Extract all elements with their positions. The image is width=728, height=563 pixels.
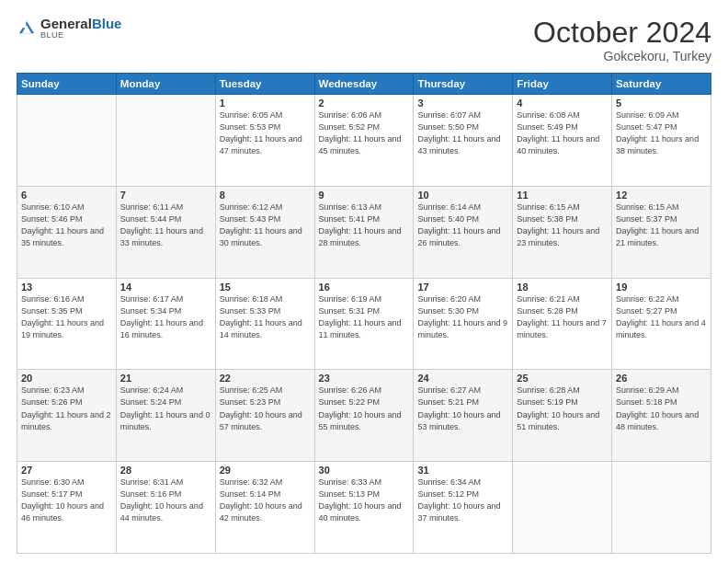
calendar-cell: 31Sunrise: 6:34 AMSunset: 5:12 PMDayligh…: [414, 462, 513, 554]
day-number: 13: [21, 282, 112, 293]
day-info: Sunrise: 6:17 AMSunset: 5:34 PMDaylight:…: [120, 293, 211, 341]
svg-rect-3: [17, 18, 26, 28]
logo-general: GeneralBlue: [40, 17, 121, 30]
calendar-cell: [17, 95, 117, 187]
day-number: 16: [319, 282, 410, 293]
day-number: 6: [21, 190, 112, 201]
calendar-cell: 18Sunrise: 6:21 AMSunset: 5:28 PMDayligh…: [513, 278, 612, 370]
day-number: 1: [220, 98, 311, 109]
day-info: Sunrise: 6:18 AMSunset: 5:33 PMDaylight:…: [220, 293, 311, 341]
calendar-cell: 30Sunrise: 6:33 AMSunset: 5:13 PMDayligh…: [314, 462, 414, 554]
calendar-cell: 25Sunrise: 6:28 AMSunset: 5:19 PMDayligh…: [513, 370, 612, 462]
day-info: Sunrise: 6:16 AMSunset: 5:35 PMDaylight:…: [21, 293, 112, 341]
day-number: 15: [220, 282, 311, 293]
day-number: 31: [417, 465, 508, 476]
calendar-cell: 11Sunrise: 6:15 AMSunset: 5:38 PMDayligh…: [513, 186, 612, 278]
day-info: Sunrise: 6:15 AMSunset: 5:37 PMDaylight:…: [616, 201, 707, 249]
location-title: Gokcekoru, Turkey: [533, 49, 711, 63]
day-info: Sunrise: 6:06 AMSunset: 5:52 PMDaylight:…: [319, 109, 410, 157]
day-info: Sunrise: 6:27 AMSunset: 5:21 PMDaylight:…: [417, 385, 508, 432]
day-number: 18: [517, 282, 608, 293]
day-number: 14: [120, 282, 211, 293]
day-number: 21: [120, 373, 211, 384]
day-number: 26: [616, 373, 707, 384]
header-sunday: Sunday: [17, 74, 117, 95]
calendar-cell: 19Sunrise: 6:22 AMSunset: 5:27 PMDayligh…: [612, 278, 711, 370]
header-monday: Monday: [116, 74, 215, 95]
week-row-3: 20Sunrise: 6:23 AMSunset: 5:26 PMDayligh…: [17, 370, 711, 462]
calendar-page: GeneralBlue BLUE October 2024 Gokcekoru,…: [0, 0, 728, 563]
week-row-4: 27Sunrise: 6:30 AMSunset: 5:17 PMDayligh…: [17, 462, 711, 554]
day-number: 25: [517, 373, 608, 384]
calendar-cell: 1Sunrise: 6:05 AMSunset: 5:53 PMDaylight…: [215, 95, 314, 187]
week-row-1: 6Sunrise: 6:10 AMSunset: 5:46 PMDaylight…: [17, 186, 711, 278]
calendar-cell: 22Sunrise: 6:25 AMSunset: 5:23 PMDayligh…: [215, 370, 314, 462]
day-info: Sunrise: 6:22 AMSunset: 5:27 PMDaylight:…: [616, 293, 707, 341]
calendar-cell: 21Sunrise: 6:24 AMSunset: 5:24 PMDayligh…: [116, 370, 215, 462]
day-number: 5: [616, 98, 707, 109]
day-info: Sunrise: 6:31 AMSunset: 5:16 PMDaylight:…: [120, 477, 211, 524]
day-info: Sunrise: 6:24 AMSunset: 5:24 PMDaylight:…: [120, 385, 211, 432]
day-number: 8: [220, 190, 311, 201]
calendar-cell: 16Sunrise: 6:19 AMSunset: 5:31 PMDayligh…: [314, 278, 414, 370]
day-number: 22: [220, 373, 311, 384]
header-tuesday: Tuesday: [215, 74, 314, 95]
day-number: 24: [417, 373, 508, 384]
day-number: 11: [517, 190, 608, 201]
day-number: 4: [517, 98, 608, 109]
header-thursday: Thursday: [414, 74, 513, 95]
day-info: Sunrise: 6:20 AMSunset: 5:30 PMDaylight:…: [417, 293, 508, 341]
week-row-0: 1Sunrise: 6:05 AMSunset: 5:53 PMDaylight…: [17, 95, 711, 187]
calendar-cell: 13Sunrise: 6:16 AMSunset: 5:35 PMDayligh…: [17, 278, 117, 370]
header-wednesday: Wednesday: [314, 74, 414, 95]
day-info: Sunrise: 6:12 AMSunset: 5:43 PMDaylight:…: [220, 201, 311, 249]
calendar-cell: 3Sunrise: 6:07 AMSunset: 5:50 PMDaylight…: [414, 95, 513, 187]
day-info: Sunrise: 6:05 AMSunset: 5:53 PMDaylight:…: [220, 109, 311, 157]
weekday-header-row: Sunday Monday Tuesday Wednesday Thursday…: [17, 74, 711, 95]
day-number: 20: [21, 373, 112, 384]
calendar-cell: 28Sunrise: 6:31 AMSunset: 5:16 PMDayligh…: [116, 462, 215, 554]
calendar-cell: 4Sunrise: 6:08 AMSunset: 5:49 PMDaylight…: [513, 95, 612, 187]
day-number: 7: [120, 190, 211, 201]
day-info: Sunrise: 6:07 AMSunset: 5:50 PMDaylight:…: [417, 109, 508, 157]
day-info: Sunrise: 6:14 AMSunset: 5:40 PMDaylight:…: [417, 201, 508, 249]
day-info: Sunrise: 6:10 AMSunset: 5:46 PMDaylight:…: [21, 201, 112, 249]
calendar-cell: 17Sunrise: 6:20 AMSunset: 5:30 PMDayligh…: [414, 278, 513, 370]
day-number: 3: [417, 98, 508, 109]
week-row-2: 13Sunrise: 6:16 AMSunset: 5:35 PMDayligh…: [17, 278, 711, 370]
day-info: Sunrise: 6:28 AMSunset: 5:19 PMDaylight:…: [517, 385, 608, 432]
calendar-cell: 10Sunrise: 6:14 AMSunset: 5:40 PMDayligh…: [414, 186, 513, 278]
day-number: 29: [220, 465, 311, 476]
calendar-cell: 5Sunrise: 6:09 AMSunset: 5:47 PMDaylight…: [612, 95, 711, 187]
month-title: October 2024: [533, 17, 711, 49]
day-info: Sunrise: 6:26 AMSunset: 5:22 PMDaylight:…: [319, 385, 410, 432]
day-info: Sunrise: 6:08 AMSunset: 5:49 PMDaylight:…: [517, 109, 608, 157]
day-info: Sunrise: 6:15 AMSunset: 5:38 PMDaylight:…: [517, 201, 608, 249]
day-info: Sunrise: 6:13 AMSunset: 5:41 PMDaylight:…: [319, 201, 410, 249]
day-number: 23: [319, 373, 410, 384]
day-info: Sunrise: 6:11 AMSunset: 5:44 PMDaylight:…: [120, 201, 211, 249]
day-info: Sunrise: 6:21 AMSunset: 5:28 PMDaylight:…: [517, 293, 608, 341]
day-number: 19: [616, 282, 707, 293]
day-info: Sunrise: 6:09 AMSunset: 5:47 PMDaylight:…: [616, 109, 707, 157]
day-info: Sunrise: 6:19 AMSunset: 5:31 PMDaylight:…: [319, 293, 410, 341]
calendar-cell: 24Sunrise: 6:27 AMSunset: 5:21 PMDayligh…: [414, 370, 513, 462]
calendar-cell: 7Sunrise: 6:11 AMSunset: 5:44 PMDaylight…: [116, 186, 215, 278]
calendar-cell: 2Sunrise: 6:06 AMSunset: 5:52 PMDaylight…: [314, 95, 414, 187]
calendar-cell: 20Sunrise: 6:23 AMSunset: 5:26 PMDayligh…: [17, 370, 117, 462]
calendar-cell: [116, 95, 215, 187]
calendar-cell: 14Sunrise: 6:17 AMSunset: 5:34 PMDayligh…: [116, 278, 215, 370]
calendar-cell: 15Sunrise: 6:18 AMSunset: 5:33 PMDayligh…: [215, 278, 314, 370]
logo-icon: [17, 18, 37, 39]
day-number: 30: [319, 465, 410, 476]
day-info: Sunrise: 6:32 AMSunset: 5:14 PMDaylight:…: [220, 477, 311, 524]
header: GeneralBlue BLUE October 2024 Gokcekoru,…: [17, 17, 711, 63]
day-info: Sunrise: 6:30 AMSunset: 5:17 PMDaylight:…: [21, 477, 112, 524]
day-number: 10: [417, 190, 508, 201]
calendar-cell: 9Sunrise: 6:13 AMSunset: 5:41 PMDaylight…: [314, 186, 414, 278]
calendar-cell: 6Sunrise: 6:10 AMSunset: 5:46 PMDaylight…: [17, 186, 117, 278]
calendar-body: 1Sunrise: 6:05 AMSunset: 5:53 PMDaylight…: [17, 95, 711, 554]
day-number: 12: [616, 190, 707, 201]
calendar-cell: [513, 462, 612, 554]
day-info: Sunrise: 6:23 AMSunset: 5:26 PMDaylight:…: [21, 385, 112, 432]
